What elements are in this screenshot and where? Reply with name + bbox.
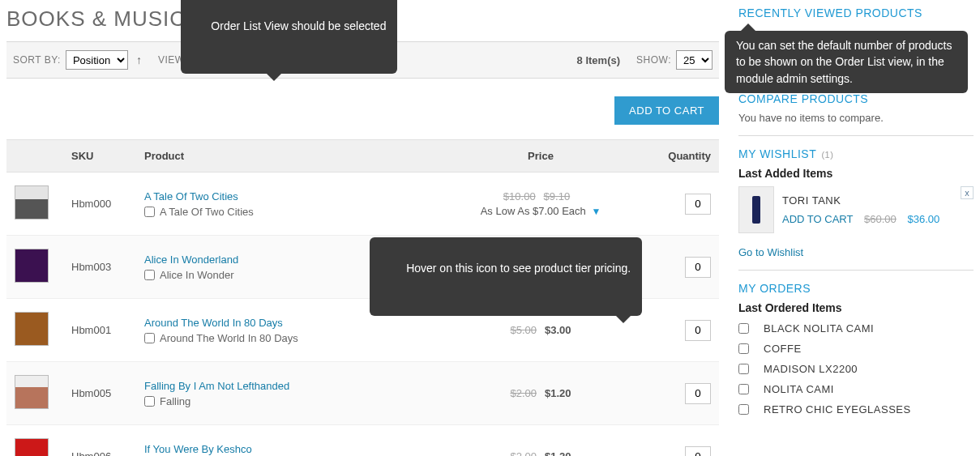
product-thumb[interactable]: Falling By I Am Not Lefthanded — [15, 375, 49, 409]
wishlist-old-price: $60.00 — [864, 213, 897, 225]
tooltip-text: You can set the default number of produc… — [736, 39, 952, 85]
product-thumb[interactable]: If You Were By Keshco — [15, 438, 49, 456]
wishlist-add-to-cart[interactable]: ADD TO CART — [782, 213, 853, 225]
add-to-cart-button[interactable]: ADD TO CART — [614, 96, 719, 125]
sort-direction-icon[interactable]: ↑ — [136, 53, 142, 66]
product-link[interactable]: A Tale Of Two Cities — [144, 190, 238, 202]
quantity-input[interactable] — [685, 320, 711, 341]
table-row: A Tale Of Two CitiesHbm000A Tale Of Two … — [6, 173, 719, 236]
product-thumb[interactable]: Around The World In 80 Days — [15, 312, 49, 346]
order-item: COFFE — [738, 343, 974, 355]
product-sku: Hbm000 — [63, 173, 136, 236]
order-item: MADISON LX2200 — [738, 363, 974, 375]
compare-empty-text: You have no items to compare. — [738, 112, 974, 124]
col-header-quantity: Quantity — [638, 140, 719, 173]
sort-by-label: SORT BY: — [13, 54, 61, 66]
go-to-wishlist-link[interactable]: Go to Wishlist — [738, 246, 803, 258]
wishlist-remove-icon[interactable]: x — [961, 186, 974, 199]
product-sub-label: Around The World In 80 Days — [160, 332, 298, 344]
tier-expand-icon[interactable]: ▼ — [591, 206, 601, 217]
table-row: If You Were By KeshcoHbm006If You Were B… — [6, 425, 719, 457]
tier-price-line: As Low As $7.00 Each ▼ — [451, 205, 630, 217]
tooltip-arrow-icon — [616, 316, 631, 323]
quantity-input[interactable] — [685, 257, 711, 278]
old-price: $2.00 — [510, 387, 537, 399]
compare-title: COMPARE PRODUCTS — [738, 92, 974, 105]
product-select-checkbox[interactable] — [144, 333, 155, 343]
product-select-checkbox[interactable] — [144, 396, 155, 407]
tooltip-tier-pricing: Hover on this icon to see product tier p… — [370, 237, 642, 316]
product-thumb[interactable]: A Tale Of Two Cities — [15, 185, 49, 219]
tooltip-arrow-icon — [267, 74, 281, 81]
old-price: $2.00 — [510, 450, 537, 456]
wishlist-count: (1) — [821, 150, 833, 160]
wishlist-title-text: MY WISHLIST — [738, 147, 816, 160]
tooltip-show-default: You can set the default number of produc… — [725, 31, 968, 93]
product-sub-label: Falling — [160, 395, 190, 407]
new-price: $1.20 — [545, 387, 571, 399]
wishlist-item: TORI TANK ADD TO CART $60.00 $36.00 x — [738, 186, 974, 233]
tooltip-text: Hover on this icon to see product tier p… — [406, 262, 631, 275]
quantity-input[interactable] — [685, 194, 711, 215]
col-header-product: Product — [136, 140, 443, 173]
new-price: $1.20 — [545, 450, 571, 456]
product-sku: Hbm001 — [63, 299, 136, 362]
old-price: $10.00 — [503, 190, 536, 202]
product-select-checkbox[interactable] — [144, 207, 155, 217]
quantity-input[interactable] — [685, 446, 711, 457]
wishlist-title: MY WISHLIST (1) — [738, 147, 974, 160]
my-orders-subhead: Last Ordered Items — [738, 301, 974, 314]
recently-viewed-title: RECENTLY VIEWED PRODUCTS — [738, 6, 974, 19]
order-item-checkbox[interactable] — [738, 404, 749, 415]
order-item-checkbox[interactable] — [738, 384, 749, 394]
product-link[interactable]: Around The World In 80 Days — [144, 317, 283, 329]
wishlist-subhead: Last Added Items — [738, 167, 974, 180]
tooltip-orderlist: Order List View should be selected — [181, 0, 397, 74]
sort-by-select[interactable]: Position — [66, 50, 128, 70]
product-link[interactable]: Falling By I Am Not Lefthanded — [144, 380, 289, 392]
product-thumb[interactable]: Alice In Wonderland — [15, 249, 49, 283]
show-per-page-select[interactable]: 25 — [676, 50, 713, 70]
product-link[interactable]: Alice In Wonderland — [144, 254, 238, 266]
order-item-name[interactable]: MADISON LX2200 — [764, 363, 858, 375]
order-item: BLACK NOLITA CAMI — [738, 322, 974, 335]
order-item: NOLITA CAMI — [738, 383, 974, 395]
quantity-input[interactable] — [685, 383, 711, 404]
show-label: SHOW: — [636, 54, 671, 66]
order-item-name[interactable]: NOLITA CAMI — [764, 383, 834, 395]
order-item-checkbox[interactable] — [738, 364, 749, 374]
col-header-sku: SKU — [63, 140, 136, 173]
order-item-name[interactable]: BLACK NOLITA CAMI — [764, 322, 874, 335]
product-sku: Hbm005 — [63, 362, 136, 425]
product-select-checkbox[interactable] — [144, 270, 155, 280]
wishlist-item-name[interactable]: TORI TANK — [782, 194, 939, 207]
product-sku: Hbm003 — [63, 236, 136, 299]
tooltip-text: Order List View should be selected — [211, 19, 386, 32]
my-orders-title: MY ORDERS — [738, 282, 974, 295]
product-link[interactable]: If You Were By Keshco — [144, 443, 252, 455]
order-item-name[interactable]: RETRO CHIC EYEGLASSES — [764, 403, 911, 416]
wishlist-new-price: $36.00 — [907, 213, 939, 225]
order-item-checkbox[interactable] — [738, 323, 749, 334]
product-sku: Hbm006 — [63, 425, 136, 457]
order-item-name[interactable]: COFFE — [764, 343, 802, 355]
item-count: 8 Item(s) — [577, 54, 620, 66]
order-item: RETRO CHIC EYEGLASSES — [738, 403, 974, 416]
new-price-struck: $9.10 — [544, 190, 571, 202]
product-sub-label: A Tale Of Two Cities — [160, 206, 254, 218]
order-item-checkbox[interactable] — [738, 343, 749, 354]
product-sub-label: Alice In Wonder — [160, 269, 234, 281]
old-price: $5.00 — [510, 324, 537, 336]
col-header-price: Price — [443, 140, 638, 173]
table-row: Falling By I Am Not LefthandedHbm005Fall… — [6, 362, 719, 425]
tooltip-arrow-icon — [741, 23, 755, 31]
wishlist-item-thumb[interactable] — [738, 186, 774, 233]
tier-price-text: As Low As $7.00 Each — [481, 205, 586, 217]
new-price: $3.00 — [545, 324, 571, 336]
